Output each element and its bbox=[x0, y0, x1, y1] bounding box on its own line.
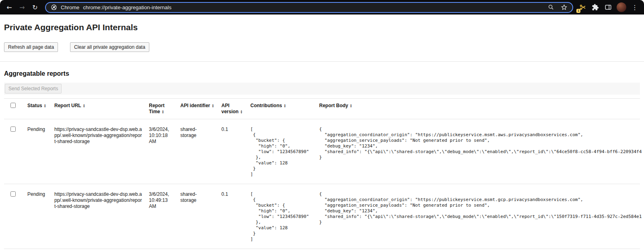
refresh-all-button[interactable]: Refresh all page data bbox=[4, 42, 58, 52]
col-label: Report URL bbox=[54, 103, 81, 108]
table-row: Pending https://privacy-sandcastle-dev-d… bbox=[4, 184, 640, 249]
side-panel-icon[interactable] bbox=[602, 1, 614, 13]
search-icon[interactable] bbox=[548, 4, 554, 10]
cell-contributions: [ { "bucket": { "high": "0", "low": "123… bbox=[250, 184, 319, 249]
cell-status: Pending bbox=[27, 119, 54, 184]
col-header-report-body[interactable]: Report Body▲▼ bbox=[319, 99, 640, 119]
extension-icon[interactable]: 1 bbox=[577, 2, 588, 13]
row-checkbox[interactable] bbox=[10, 191, 16, 197]
cell-select bbox=[4, 184, 27, 249]
report-body-json: { "aggregation_coordinator_origin": "htt… bbox=[319, 191, 634, 225]
section-divider bbox=[0, 61, 644, 62]
page-content: Private Aggregation API Internals Refres… bbox=[0, 15, 644, 249]
bookmark-star-icon[interactable] bbox=[561, 4, 568, 11]
cell-report-time: 3/6/2024, 10:10:18 AM bbox=[149, 119, 180, 184]
cell-report-body: { "aggregation_coordinator_origin": "htt… bbox=[319, 119, 640, 184]
sort-icon: ▲▼ bbox=[240, 110, 243, 114]
page-title: Private Aggregation API Internals bbox=[4, 23, 640, 32]
report-body-json: { "aggregation_coordinator_origin": "htt… bbox=[319, 127, 634, 160]
cell-api-version: 0.1 bbox=[221, 184, 250, 249]
cell-report-body: { "aggregation_coordinator_origin": "htt… bbox=[319, 184, 640, 249]
clear-all-button[interactable]: Clear all private aggregation data bbox=[70, 42, 149, 52]
chrome-logo-icon bbox=[51, 4, 57, 10]
col-label: Contributions bbox=[250, 103, 282, 108]
cell-contributions: [ { "bucket": { "high": "0", "low": "123… bbox=[250, 119, 319, 184]
col-header-contributions[interactable]: Contributions▲▼ bbox=[250, 99, 319, 119]
back-button[interactable]: ← bbox=[3, 1, 15, 13]
reports-table: Status▲▼ Report URL▲▼ Report Time▲▼ API … bbox=[4, 98, 640, 249]
sort-icon: ▲▼ bbox=[350, 104, 352, 108]
contributions-json: [ { "bucket": { "high": "0", "low": "123… bbox=[250, 191, 313, 242]
col-header-api-identifier[interactable]: API identifier▲▼ bbox=[180, 99, 221, 119]
col-header-report-time[interactable]: Report Time▲▼ bbox=[149, 99, 180, 119]
sort-icon: ▲▼ bbox=[83, 104, 85, 108]
select-all-checkbox[interactable] bbox=[10, 103, 16, 108]
cell-select bbox=[4, 119, 27, 184]
col-label: API version bbox=[221, 103, 239, 114]
table-header-row: Status▲▼ Report URL▲▼ Report Time▲▼ API … bbox=[4, 99, 640, 119]
sort-icon: ▲▼ bbox=[284, 104, 286, 108]
col-label: Status bbox=[27, 103, 42, 108]
profile-avatar[interactable] bbox=[617, 2, 626, 12]
table-toolbar: Send Selected Reports bbox=[4, 83, 640, 95]
col-header-report-url[interactable]: Report URL▲▼ bbox=[54, 99, 149, 119]
contributions-json: [ { "bucket": { "high": "0", "low": "123… bbox=[250, 127, 313, 177]
extensions-puzzle-icon[interactable] bbox=[589, 1, 601, 13]
cell-report-time: 3/6/2024, 10:49:13 AM bbox=[149, 184, 180, 249]
section-title: Aggregatable reports bbox=[4, 70, 640, 77]
send-selected-reports-button[interactable]: Send Selected Reports bbox=[5, 84, 62, 93]
cell-api-version: 0.1 bbox=[221, 119, 250, 184]
reload-button[interactable]: ↻ bbox=[29, 1, 41, 13]
forward-button[interactable]: → bbox=[16, 1, 28, 13]
sort-icon: ▲▼ bbox=[44, 104, 46, 108]
browser-window: ← → ↻ Chrome chrome://private-aggregatio… bbox=[0, 0, 644, 251]
extension-badge: 1 bbox=[576, 9, 580, 13]
menu-icon[interactable]: ⋮ bbox=[629, 1, 641, 13]
cell-api-identifier: shared-storage bbox=[180, 184, 221, 249]
url-text[interactable]: chrome://private-aggregation-internals bbox=[83, 4, 544, 10]
col-header-api-version[interactable]: API version▲▼ bbox=[221, 99, 250, 119]
cell-report-url: https://privacy-sandcastle-dev-dsp.web.a… bbox=[54, 119, 149, 184]
sort-icon: ▲▼ bbox=[162, 110, 164, 114]
cell-report-url: https://privacy-sandcastle-dev-dsp.web.a… bbox=[54, 184, 149, 249]
address-bar[interactable]: Chrome chrome://private-aggregation-inte… bbox=[45, 2, 573, 13]
browser-toolbar: ← → ↻ Chrome chrome://private-aggregatio… bbox=[0, 0, 644, 15]
origin-chip-label: Chrome bbox=[61, 4, 79, 10]
col-label: Report Body bbox=[319, 103, 348, 108]
table-row: Pending https://privacy-sandcastle-dev-d… bbox=[4, 119, 640, 184]
row-checkbox[interactable] bbox=[10, 127, 16, 132]
col-label: API identifier bbox=[180, 103, 210, 108]
col-header-status[interactable]: Status▲▼ bbox=[27, 99, 54, 119]
col-header-select bbox=[4, 99, 27, 119]
sort-icon: ▲▼ bbox=[212, 104, 214, 108]
cell-status: Pending bbox=[27, 184, 54, 249]
cell-api-identifier: shared-storage bbox=[180, 119, 221, 184]
page-actions: Refresh all page data Clear all private … bbox=[4, 42, 640, 52]
